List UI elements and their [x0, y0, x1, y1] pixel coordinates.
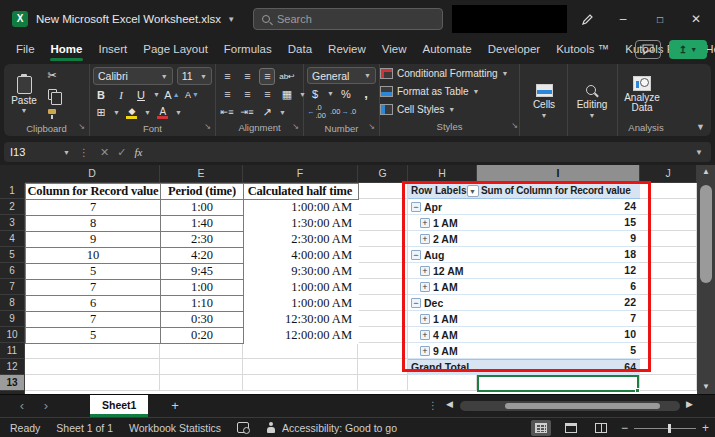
column-header-G[interactable]: G [358, 165, 408, 183]
data-table-cell[interactable]: 1:00:00 AM [244, 280, 359, 296]
grid-cell[interactable] [640, 231, 697, 247]
pivot-value-cell[interactable]: 22 [477, 295, 640, 310]
data-table-cell[interactable]: 2:30 [161, 232, 244, 248]
pivot-label-cell[interactable]: −Aug [408, 247, 477, 262]
cut-button[interactable]: ✂ [44, 67, 60, 84]
row-header-12[interactable]: 12 [0, 359, 25, 375]
page-layout-view-button[interactable] [561, 420, 581, 436]
column-header-F[interactable]: F [243, 165, 358, 183]
dialog-launcher-icon[interactable]: ↘ [292, 120, 299, 134]
fill-color-button[interactable]: ◆ [124, 104, 140, 121]
grid-cell[interactable] [358, 263, 408, 279]
ribbon-tab-kutools[interactable]: Kutools ™ [548, 38, 617, 62]
pivot-row-4-am[interactable]: +4 AM10 [408, 327, 640, 343]
next-sheet-icon[interactable]: › [38, 395, 54, 417]
row-header-7[interactable]: 7 [0, 279, 25, 295]
pivot-row-1-am[interactable]: +1 AM7 [408, 311, 640, 327]
font-size-select[interactable]: 11▼ [177, 67, 212, 85]
accessibility-status[interactable]: Accessibility: Good to go [265, 422, 397, 434]
pivot-label-cell[interactable]: +1 AM [408, 311, 477, 326]
search-box[interactable]: Search [253, 8, 443, 30]
pivot-row-labels-header[interactable]: Row Labels ▼ [408, 183, 477, 198]
row-header-10[interactable]: 10 [0, 327, 25, 343]
data-table-cell[interactable]: 9:45 [161, 264, 244, 280]
data-table-cell[interactable]: 0:30 [161, 312, 244, 328]
workbook-statistics-button[interactable]: Workbook Statistics [129, 422, 221, 434]
borders-button[interactable]: ⊞ [93, 104, 109, 121]
data-table-cell[interactable]: 9:30:00 AM [244, 264, 359, 280]
decrease-decimal-button[interactable]: .00→.0 [330, 104, 356, 121]
center-button[interactable]: ≡ [239, 86, 255, 103]
minimize-button[interactable]: – [608, 0, 638, 38]
pivot-row-apr[interactable]: −Apr24 [408, 199, 640, 215]
grid-cell[interactable] [640, 375, 697, 391]
expand-icon[interactable]: + [420, 282, 430, 292]
format-painter-button[interactable] [44, 105, 60, 122]
row-header-2[interactable]: 2 [0, 199, 25, 215]
add-sheet-button[interactable]: + [166, 395, 184, 417]
grid-cell[interactable] [160, 343, 243, 359]
data-table-cell[interactable]: 1:30:00 AM [244, 216, 359, 232]
paste-button[interactable]: Paste ▼ [7, 67, 41, 122]
grid-cell[interactable] [25, 343, 160, 359]
grid-cell[interactable] [358, 295, 408, 311]
zoom-slider[interactable] [634, 428, 696, 429]
grid-cell[interactable] [358, 247, 408, 263]
formula-input[interactable] [150, 142, 687, 162]
ribbon-tab-view[interactable]: View [374, 38, 415, 62]
conditional-formatting-button[interactable]: Conditional Formatting▼ [380, 65, 519, 81]
orientation-button[interactable]: ↗ [259, 104, 275, 121]
zoom-out-button[interactable]: − [621, 420, 628, 436]
middle-align-button[interactable]: ≡ [239, 68, 255, 85]
ribbon-tab-data[interactable]: Data [280, 38, 320, 62]
share-button[interactable]: ↥ ▼ [669, 40, 707, 59]
grid-cell[interactable] [640, 343, 697, 359]
number-format-select[interactable]: General▼ [307, 67, 376, 84]
pivot-label-cell[interactable]: +1 AM [408, 279, 477, 294]
dialog-launcher-icon[interactable]: ↘ [511, 119, 518, 133]
decrease-indent-button[interactable]: ⇤≡ [219, 104, 235, 121]
bold-button[interactable]: B [93, 86, 109, 103]
previous-sheet-icon[interactable]: ‹ [14, 395, 30, 417]
grid-cell[interactable] [358, 343, 408, 359]
ribbon-tab-automate[interactable]: Automate [415, 38, 480, 62]
row-header-13[interactable]: 13 [0, 375, 25, 391]
pivot-value-cell[interactable]: 24 [477, 199, 640, 214]
font-color-button[interactable]: A [155, 104, 171, 121]
dialog-launcher-icon[interactable]: ↘ [368, 120, 375, 134]
document-title[interactable]: New Microsoft Excel Worksheet.xlsx ▼ [36, 0, 235, 38]
grid-cell[interactable] [358, 359, 408, 375]
data-table-cell[interactable]: 7 [26, 200, 161, 216]
pivot-label-cell[interactable]: +2 AM [408, 231, 477, 246]
editing-button[interactable]: Editing ▼ [571, 67, 613, 136]
grid-cell[interactable] [640, 279, 697, 295]
grid-cell[interactable] [358, 231, 408, 247]
grid-cell[interactable] [358, 183, 408, 199]
row-header-3[interactable]: 3 [0, 215, 25, 231]
zoom-slider-handle[interactable] [668, 424, 671, 433]
font-name-select[interactable]: Calibri▼ [93, 67, 173, 85]
pivot-value-cell[interactable]: 12 [477, 263, 640, 278]
sheet-tab-sheet1[interactable]: Sheet1 [90, 395, 148, 417]
grid-cell[interactable] [358, 327, 408, 343]
expand-icon[interactable]: + [420, 314, 430, 324]
pivot-row-9-am[interactable]: +9 AM5 [408, 343, 640, 359]
italic-button[interactable]: I [113, 86, 129, 103]
grid-cell[interactable] [358, 199, 408, 215]
row-header-5[interactable]: 5 [0, 247, 25, 263]
ribbon-tab-developer[interactable]: Developer [480, 38, 548, 62]
align-right-button[interactable]: ≡ [259, 86, 275, 103]
grid-cell[interactable] [160, 359, 243, 375]
data-table-cell[interactable]: 1:10 [161, 296, 244, 312]
ribbon-tab-file[interactable]: File [8, 38, 43, 62]
grid-cell[interactable] [640, 215, 697, 231]
row-header-8[interactable]: 8 [0, 295, 25, 311]
data-table-cell[interactable]: 0:20 [161, 328, 244, 344]
increase-font-size-button[interactable]: A▲ [164, 86, 180, 103]
horizontal-scrollbar-thumb[interactable] [505, 403, 660, 409]
close-button[interactable]: ✕ [681, 0, 711, 38]
ink-pen-icon[interactable] [572, 0, 602, 38]
align-left-button[interactable]: ≡ [219, 86, 235, 103]
fill-handle[interactable] [635, 388, 640, 393]
ribbon-tab-formulas[interactable]: Formulas [216, 38, 280, 62]
